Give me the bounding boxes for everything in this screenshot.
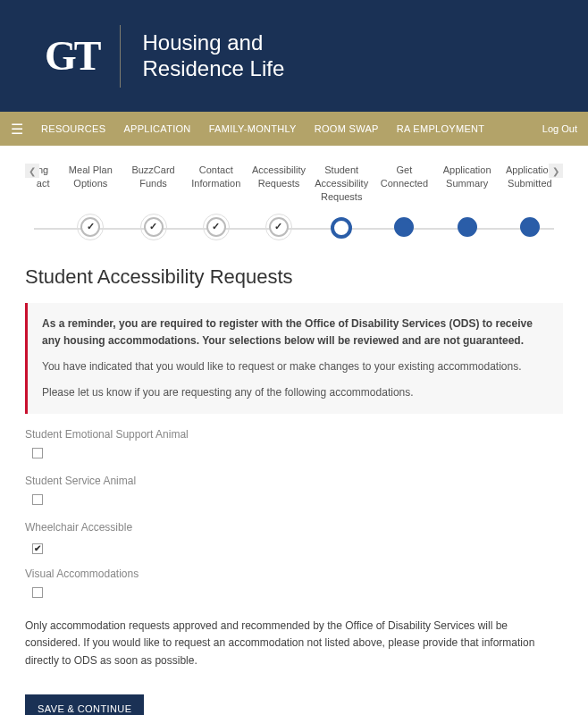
label-visual: Visual Accommodations [25,568,563,580]
steps-scroll-left-button[interactable]: ❮ [25,164,39,178]
header-divider [120,25,121,88]
partial-line2: act [37,178,50,189]
checkbox-service-animal[interactable] [32,494,43,505]
logo-block: GT Housing and Residence Life [45,25,284,88]
checkbox-visual[interactable] [32,587,43,598]
step-circle-meal-plan[interactable] [80,217,100,237]
checkbox-wheelchair[interactable]: ✔ [32,543,43,554]
checkbox-esa[interactable] [32,448,43,458]
footer-note: Only accommodation requests approved and… [25,618,563,669]
page-title: Student Accessibility Requests [25,265,563,289]
save-continue-button[interactable]: SAVE & CONTINUE [25,694,144,715]
step-label-get-connected[interactable]: GetConnected [375,164,433,204]
step-labels: ng act Meal PlanOptions BuzzCardFunds Co… [27,164,561,204]
step-label-buzzcard[interactable]: BuzzCardFunds [125,164,182,204]
site-title-line1: Housing and [142,30,263,55]
nav-application[interactable]: APPLICATION [123,123,190,134]
step-label-student-accessibility[interactable]: StudentAccessibilityRequests [313,164,370,204]
site-header: GT Housing and Residence Life [0,0,588,112]
step-circle-get-connected[interactable] [394,217,414,237]
step-label-contact[interactable]: ContactInformation [188,164,245,204]
step-circles [27,217,561,239]
step-circle-summary[interactable] [458,217,477,237]
reminder-alert: As a reminder, you are required to regis… [25,303,563,415]
step-label-accessibility[interactable]: AccessibilityRequests [250,164,307,204]
step-circle-submitted[interactable] [520,217,540,237]
nav-left: ☰ RESOURCES APPLICATION FAMILY-MONTHLY R… [11,121,484,138]
step-circle-accessibility[interactable] [269,217,289,237]
nav-room-swap[interactable]: ROOM SWAP [315,123,379,134]
step-track [25,217,563,239]
nav-family-monthly[interactable]: FAMILY-MONTHLY [209,123,297,134]
logout-link[interactable]: Log Out [542,123,577,134]
label-esa: Student Emotional Support Animal [25,428,563,441]
hamburger-icon[interactable]: ☰ [11,121,23,138]
nav-ra-employment[interactable]: RA EMPLOYMENT [397,123,485,134]
step-circle-partial [29,217,56,239]
main-navbar: ☰ RESOURCES APPLICATION FAMILY-MONTHLY R… [0,112,588,146]
main-content: ❮ ❯ ng act Meal PlanOptions BuzzCardFund… [0,146,588,715]
field-wheelchair: Wheelchair Accessible ✔ [25,521,563,555]
progress-stepper: ❮ ❯ ng act Meal PlanOptions BuzzCardFund… [25,164,563,239]
nav-resources[interactable]: RESOURCES [41,123,105,134]
alert-p1: You have indicated that you would like t… [42,358,549,375]
site-title-line2: Residence Life [142,56,284,80]
label-wheelchair: Wheelchair Accessible [25,521,563,534]
field-emotional-support-animal: Student Emotional Support Animal [25,428,563,462]
steps-scroll-right-button[interactable]: ❯ [549,164,563,178]
step-label-summary[interactable]: ApplicationSummary [439,164,496,204]
step-circle-buzzcard[interactable] [144,217,164,237]
alert-p2: Please let us know if you are requesting… [42,384,549,401]
alert-bold: As a reminder, you are required to regis… [42,315,549,349]
field-service-animal: Student Service Animal [25,475,563,509]
field-visual: Visual Accommodations [25,568,563,601]
step-circle-student-accessibility[interactable] [331,217,352,239]
step-label-meal-plan[interactable]: Meal PlanOptions [62,164,119,204]
gt-logo: GT [45,32,98,80]
label-service-animal: Student Service Animal [25,475,563,487]
site-title: Housing and Residence Life [142,30,284,82]
step-circle-contact[interactable] [206,217,226,237]
